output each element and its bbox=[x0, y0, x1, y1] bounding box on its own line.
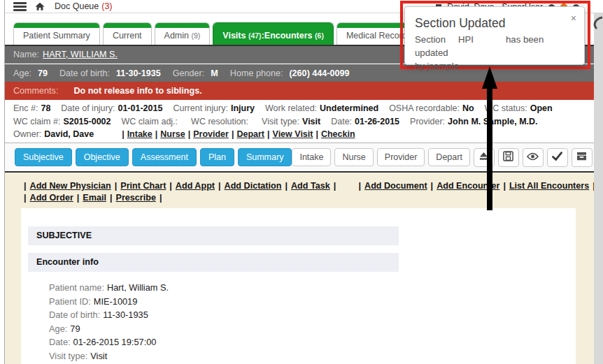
quick-link-wrap: Add Order| bbox=[30, 193, 83, 203]
demographic-field: Home phone:(260) 444-0099 bbox=[230, 68, 350, 78]
patient-name-link[interactable]: HART, WILLIAM S. bbox=[43, 50, 118, 59]
save-button[interactable] bbox=[498, 148, 519, 167]
encounter-field: Provider:John M. Sample, M.D. bbox=[410, 117, 538, 126]
quick-link-wrap: Add Appt| bbox=[176, 181, 225, 191]
encounter-field: OSHA recordable:No bbox=[389, 103, 474, 113]
eye-icon bbox=[527, 152, 539, 163]
main-tab[interactable]: Visits (47):Encounters (6) bbox=[213, 22, 334, 45]
owner-field: Owner:David, Dave bbox=[13, 129, 94, 139]
eject-button[interactable] bbox=[474, 148, 495, 167]
quick-link-wrap: Prescribe| bbox=[115, 193, 165, 203]
encounter-row-3: Owner:David, Dave |Intake|Nurse|Provider… bbox=[13, 128, 595, 141]
info-field: Patient ID:MIE-10019 bbox=[49, 295, 576, 309]
quick-link-wrap: Add New Physician| bbox=[30, 181, 121, 191]
archive-button[interactable] bbox=[572, 148, 593, 167]
quick-link[interactable]: Add Task bbox=[291, 181, 330, 191]
quick-link-wrap: Print Chart| bbox=[120, 181, 176, 191]
encounter-field: WC resolution: bbox=[191, 117, 251, 126]
quick-link[interactable]: List All Encounters bbox=[509, 181, 589, 191]
encounter-field: WC claim adj.: bbox=[122, 117, 181, 126]
encounter-field: WC claim #:S2015-0002 bbox=[13, 117, 111, 126]
encounter-stage-link[interactable]: View Visit bbox=[273, 129, 313, 139]
demographic-field: Date of birth:11-30-1935 bbox=[59, 68, 161, 78]
stage-button[interactable]: Provider bbox=[377, 148, 425, 166]
quick-link-wrap: Add Dictation| bbox=[225, 181, 291, 191]
encounter-field: Visit type:Visit bbox=[262, 117, 320, 126]
name-label: Name: bbox=[13, 50, 39, 59]
encounter-field: WC status:Open bbox=[485, 103, 553, 113]
encounter-link-wrap: |View Visit bbox=[264, 129, 313, 139]
home-icon[interactable] bbox=[35, 2, 45, 11]
quick-link[interactable]: Add New Physician bbox=[30, 181, 111, 191]
view-button[interactable] bbox=[523, 148, 544, 167]
quick-link[interactable]: Prescribe bbox=[115, 193, 155, 203]
info-field: Visit type:Visit bbox=[49, 349, 576, 363]
chart-section-button[interactable]: Objective bbox=[76, 148, 129, 166]
encounter-stage-link[interactable]: Nurse bbox=[160, 129, 185, 139]
doc-queue-count: (3) bbox=[101, 1, 112, 11]
quick-link[interactable]: Add Appt bbox=[176, 181, 215, 191]
chart-note-panel: SUBJECTIVE Encounter info Patient name:H… bbox=[21, 208, 576, 364]
info-field: Date:01-26-2015 19:57:00 bbox=[49, 335, 576, 349]
quick-link[interactable]: Add Order bbox=[30, 193, 73, 203]
main-tab[interactable]: Current bbox=[103, 22, 152, 45]
encounter-field: Enc #:78 bbox=[13, 103, 50, 113]
app-window: Doc Queue (3) David, Dave - SuperUser Pa… bbox=[0, 0, 603, 364]
encounter-info-header: Enc #:78Date of injury:01-01-2015Current… bbox=[5, 100, 595, 143]
encounter-row-2: WC claim #:S2015-0002WC claim adj.:WC re… bbox=[13, 115, 595, 129]
right-gutter bbox=[594, 13, 603, 364]
stage-button[interactable]: Intake bbox=[292, 148, 331, 166]
updated-section-name: HPI bbox=[458, 34, 474, 45]
eject-icon bbox=[478, 152, 489, 163]
encounter-stage-link[interactable]: Provider bbox=[193, 129, 229, 139]
popup-title: Section Updated bbox=[405, 7, 584, 33]
tab-green-cap bbox=[14, 23, 99, 28]
stage-button[interactable]: Nurse bbox=[334, 148, 373, 166]
encounter-stage-link[interactable]: Depart bbox=[236, 129, 264, 139]
chart-section-button[interactable]: Summary bbox=[238, 148, 292, 166]
quick-links: |Add New Physician|Print Chart|Add Appt|… bbox=[5, 173, 595, 203]
menu-icon[interactable] bbox=[13, 2, 27, 11]
comments-text: Do not release info to siblings. bbox=[73, 86, 201, 96]
quick-link-wrap: Add Task| bbox=[291, 181, 339, 191]
quick-link[interactable]: Print Chart bbox=[120, 181, 166, 191]
close-icon[interactable]: × bbox=[571, 13, 576, 23]
quick-link[interactable]: Email bbox=[83, 193, 106, 203]
demographic-field: Age:79 bbox=[13, 68, 48, 78]
encounter-link-wrap: |Checkin bbox=[313, 129, 355, 139]
tab-green-cap bbox=[213, 23, 333, 28]
tab-green-cap bbox=[104, 23, 151, 28]
info-field: Date of birth:11-30-1935 bbox=[49, 308, 576, 322]
encounter-field: Date:01-26-2015 bbox=[331, 117, 399, 126]
encounter-link-wrap: |Provider bbox=[185, 129, 229, 139]
info-field: Age:79 bbox=[49, 322, 576, 336]
chart-section-button[interactable]: Subjective bbox=[15, 148, 72, 166]
page-title[interactable]: Doc Queue bbox=[55, 1, 99, 11]
encounter-stage-link[interactable]: Intake bbox=[127, 129, 152, 139]
main-tab[interactable]: Patient Summary bbox=[13, 22, 100, 45]
chart-section-button[interactable]: Plan bbox=[200, 148, 234, 166]
encounter-field: Date of injury:01-01-2015 bbox=[61, 103, 162, 113]
encounter-stage-link[interactable]: Checkin bbox=[321, 129, 355, 139]
sign-button[interactable] bbox=[547, 148, 568, 167]
check-icon bbox=[552, 152, 562, 163]
section-updated-popup: × Section Updated SectionHPIhas been upd… bbox=[404, 6, 585, 65]
popup-message: SectionHPIhas been updated by jsample bbox=[405, 33, 584, 73]
encounter-row-1: Enc #:78Date of injury:01-01-2015Current… bbox=[13, 102, 595, 115]
quick-link-wrap: Add Document| bbox=[364, 181, 437, 191]
encounter-link-wrap: |Nurse bbox=[152, 129, 185, 139]
tab-green-cap bbox=[155, 23, 210, 28]
main-tab[interactable]: Admin (9) bbox=[155, 22, 211, 45]
quick-link[interactable]: Add Encounter bbox=[437, 181, 499, 191]
chart-section-button[interactable]: Assessment bbox=[132, 148, 197, 166]
save-icon bbox=[503, 151, 513, 163]
quick-link[interactable]: Add Dictation bbox=[225, 181, 282, 191]
section-header-subjective: SUBJECTIVE bbox=[28, 226, 399, 245]
stage-button[interactable]: Depart bbox=[428, 148, 470, 166]
encounter-field: Current injury:Injury bbox=[173, 103, 255, 113]
subsection-header-encounter-info: Encounter info bbox=[28, 253, 399, 272]
demographic-field: Gender:M bbox=[173, 68, 218, 78]
quick-link-wrap: List All Encounters| bbox=[509, 181, 599, 191]
quick-link-wrap: Add Encounter| bbox=[437, 181, 509, 191]
quick-link[interactable]: Add Document bbox=[364, 181, 427, 191]
